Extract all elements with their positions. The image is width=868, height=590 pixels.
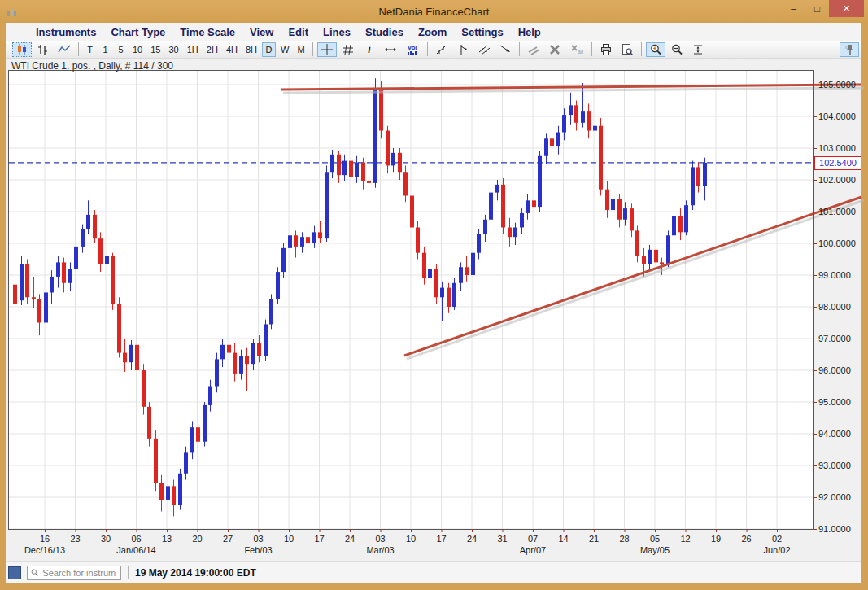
ray-icon (499, 43, 512, 56)
menu-item-instruments[interactable]: Instruments (28, 26, 103, 38)
delete-all-button[interactable]: all (566, 42, 587, 57)
horizontal-expand-icon (384, 43, 397, 56)
timescale-2h-button[interactable]: 2H (203, 42, 221, 57)
info-button[interactable]: i (360, 42, 379, 57)
status-timestamp: 19 May 2014 19:00:00 EDT (135, 567, 256, 579)
search-icon (31, 568, 38, 577)
menu-item-edit[interactable]: Edit (281, 26, 316, 38)
volume-icon: vol (405, 43, 420, 56)
svg-text:i: i (368, 44, 371, 55)
toolbar-separator (519, 42, 520, 56)
zoom-out-button[interactable] (667, 42, 687, 57)
title-bar: NetDania FinanceChart – □ ✕ (0, 0, 868, 23)
fit-vertical-button[interactable] (688, 42, 708, 57)
print-button[interactable] (596, 42, 616, 57)
toolbar-separator (312, 42, 313, 56)
timescale-30-button[interactable]: 30 (166, 42, 182, 57)
channel-button[interactable] (474, 42, 494, 57)
timescale-1h-button[interactable]: 1H (184, 42, 202, 57)
menu-item-lines[interactable]: Lines (316, 26, 358, 38)
channel-icon (478, 43, 491, 56)
print-preview-icon (621, 43, 634, 56)
menu-item-time-scale[interactable]: Time Scale (172, 26, 242, 38)
grid-button[interactable] (338, 42, 358, 57)
chart-instrument-label: WTI Crude 1. pos. , Daily, # 114 / 300 (11, 60, 173, 72)
toolbar-separator (641, 42, 642, 56)
volume-button[interactable]: vol (402, 42, 423, 57)
delete-icon (548, 43, 561, 56)
zoom-in-icon (649, 43, 662, 56)
crosshair-button[interactable] (317, 42, 337, 57)
menu-item-view[interactable]: View (242, 26, 281, 38)
menu-item-zoom[interactable]: Zoom (411, 26, 454, 38)
timescale-t-button[interactable]: T (83, 42, 97, 57)
status-bar: 19 May 2014 19:00:00 EDT (6, 561, 861, 583)
timescale-m-button[interactable]: M (294, 42, 308, 57)
window-title: NetDania FinanceChart (0, 6, 868, 18)
pin-panel-button[interactable] (840, 42, 859, 57)
ohlc-bars-button[interactable] (33, 42, 53, 57)
delete-button[interactable] (545, 42, 565, 57)
toolbar: T151015301H2H4H8HDWMivolall (6, 41, 861, 59)
timescale-8h-button[interactable]: 8H (242, 42, 260, 57)
info-icon: i (363, 43, 376, 56)
vertical-line-button[interactable] (453, 42, 473, 57)
svg-text:vol: vol (408, 44, 417, 51)
parallel-lines-button[interactable] (524, 42, 543, 57)
parallel-lines-icon (527, 43, 540, 56)
ray-button[interactable] (495, 42, 515, 57)
menu-bar: InstrumentsChart TypeTime ScaleViewEditL… (6, 23, 861, 41)
svg-text:all: all (578, 49, 583, 55)
timescale-d-button[interactable]: D (262, 42, 276, 57)
menu-item-help[interactable]: Help (511, 26, 548, 38)
menu-item-chart-type[interactable]: Chart Type (103, 26, 172, 38)
app-window: NetDania FinanceChart – □ ✕ InstrumentsC… (0, 0, 868, 590)
line-chart-icon (58, 43, 71, 56)
print-preview-button[interactable] (617, 42, 637, 57)
candlestick-button[interactable] (12, 42, 32, 57)
instrument-list-icon[interactable] (8, 566, 21, 579)
print-icon (600, 43, 613, 56)
timescale-1-button[interactable]: 1 (98, 42, 112, 57)
timescale-10-button[interactable]: 10 (129, 42, 146, 57)
separator (128, 566, 129, 579)
chart-panel (6, 59, 861, 562)
pin-panel-icon (843, 43, 856, 56)
minimize-button[interactable]: – (782, 0, 805, 17)
line-chart-button[interactable] (55, 42, 74, 57)
horizontal-expand-button[interactable] (381, 42, 400, 57)
delete-all-icon: all (569, 43, 584, 56)
candlestick-icon (15, 43, 28, 56)
maximize-button[interactable]: □ (805, 0, 829, 17)
toolbar-separator (427, 42, 428, 56)
zoom-in-button[interactable] (646, 42, 665, 57)
timescale-w-button[interactable]: W (277, 42, 292, 57)
timescale-5-button[interactable]: 5 (114, 42, 128, 57)
vertical-line-icon (456, 43, 469, 56)
close-button[interactable]: ✕ (829, 0, 864, 17)
search-input[interactable] (41, 567, 117, 579)
search-box[interactable] (27, 566, 121, 580)
menu-item-settings[interactable]: Settings (454, 26, 510, 38)
timescale-4h-button[interactable]: 4H (223, 42, 241, 57)
ohlc-bars-icon (37, 43, 50, 56)
crosshair-icon (321, 43, 334, 56)
timescale-15-button[interactable]: 15 (147, 42, 164, 57)
trend-line-icon (435, 43, 448, 56)
trend-line-button[interactable] (432, 42, 451, 57)
menu-item-studies[interactable]: Studies (358, 26, 411, 38)
toolbar-separator (591, 42, 592, 56)
zoom-out-icon (670, 43, 683, 56)
current-price-marker: 102.5400 (814, 156, 861, 170)
fit-vertical-icon (691, 43, 704, 56)
grid-icon (342, 43, 355, 56)
toolbar-separator (78, 42, 79, 56)
